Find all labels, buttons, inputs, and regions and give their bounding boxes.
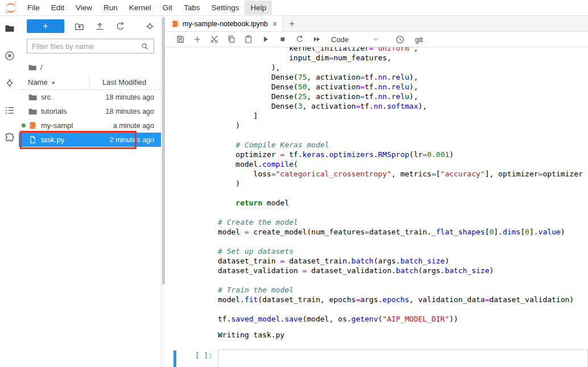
- file-browser-toolbar: +: [19, 16, 161, 36]
- code-line: ): [218, 179, 588, 188]
- file-browser-icon[interactable]: [4, 23, 15, 34]
- kernel-status-clock-icon[interactable]: [391, 32, 408, 47]
- insert-cell-icon[interactable]: [189, 32, 206, 47]
- folder-icon: [28, 107, 37, 116]
- notebook-file-icon: [28, 121, 37, 130]
- code-line: # Train the model: [218, 285, 588, 295]
- restart-kernel-icon[interactable]: [291, 32, 308, 47]
- code-line: return model: [218, 198, 588, 208]
- running-sessions-icon[interactable]: [4, 50, 15, 61]
- run-icon[interactable]: [257, 32, 274, 47]
- main-area: my-sample-notebook.ipynb × +: [165, 16, 588, 367]
- code-line: dataset_validation = dataset_validation.…: [218, 266, 588, 275]
- code-line: Dense(50, activation=tf.nn.relu),: [218, 82, 588, 92]
- tab-my-sample-notebook[interactable]: my-sample-notebook.ipynb ×: [165, 16, 283, 31]
- code-line: [218, 304, 588, 314]
- new-launcher-button[interactable]: +: [27, 19, 64, 33]
- code-line: ): [218, 121, 588, 130]
- code-cell-editor[interactable]: kernel_initializer="uniform", input_dim=…: [165, 47, 588, 324]
- code-line: dataset_train = dataset_train.batch(args…: [218, 256, 588, 266]
- cell-input-prompt: [ ]:: [176, 349, 218, 362]
- kernel-running-dot: [22, 123, 26, 127]
- notebook-toolbar: Code git: [165, 32, 588, 47]
- dock-tab-bar: my-sample-notebook.ipynb × +: [165, 16, 588, 32]
- git-sidebar-icon[interactable]: [4, 77, 15, 89]
- close-icon[interactable]: ×: [272, 19, 277, 28]
- extensions-icon[interactable]: [4, 132, 15, 143]
- empty-code-cell: [ ]:: [165, 349, 588, 367]
- filter-files-box[interactable]: [27, 39, 154, 53]
- breadcrumb[interactable]: /: [19, 59, 161, 75]
- stop-icon[interactable]: [274, 32, 291, 47]
- git-clone-icon[interactable]: [144, 20, 155, 32]
- code-line: Dense(3, activation=tf.nn.softmax),: [218, 101, 588, 111]
- code-line: model.compile(: [218, 159, 588, 169]
- code-line: kernel_initializer="uniform",: [218, 47, 588, 53]
- code-line: ),: [218, 63, 588, 72]
- jupyter-logo: [5, 2, 17, 14]
- sort-ascending-icon: ▲: [51, 80, 56, 85]
- code-line: [218, 188, 588, 198]
- new-folder-icon[interactable]: [73, 20, 85, 32]
- code-line: [218, 237, 588, 246]
- chevron-down-icon: [372, 35, 380, 43]
- tab-title: my-sample-notebook.ipynb: [183, 20, 268, 28]
- file-row-task-py[interactable]: task.py 2 minutes ago: [19, 133, 161, 147]
- file-row-src[interactable]: src 18 minutes ago: [19, 90, 161, 104]
- code-line: model.fit(dataset_train, epochs=args.epo…: [218, 295, 588, 304]
- cut-icon[interactable]: [206, 32, 223, 47]
- search-icon: [140, 42, 149, 51]
- code-line: model = create_model(num_features=datase…: [218, 227, 588, 237]
- python-file-icon: [28, 135, 37, 145]
- code-line: # Set up datasets: [218, 246, 588, 256]
- home-folder-icon: [28, 63, 36, 72]
- cell-type-dropdown[interactable]: Code: [331, 35, 380, 44]
- save-icon[interactable]: [172, 32, 189, 47]
- git-toolbar-label: git: [415, 35, 423, 44]
- code-line: input_dim=num_features,: [218, 53, 588, 63]
- column-header-modified[interactable]: Last Modified: [89, 75, 161, 89]
- code-line: # Create the model: [218, 217, 588, 227]
- cell-output: Writing task.py: [165, 330, 588, 340]
- file-row-tutorials[interactable]: tutorials 18 minutes ago: [19, 104, 161, 118]
- copy-icon[interactable]: [223, 32, 240, 47]
- refresh-icon[interactable]: [114, 20, 126, 32]
- new-tab-button[interactable]: +: [283, 16, 300, 31]
- column-header-name[interactable]: Name ▲: [28, 75, 89, 89]
- paste-icon[interactable]: [240, 32, 257, 47]
- menu-item-tabs[interactable]: Tabs: [178, 1, 206, 15]
- scrollbar-thumb[interactable]: [162, 17, 165, 284]
- menu-item-edit[interactable]: Edit: [45, 1, 70, 15]
- restart-run-all-icon[interactable]: [308, 32, 325, 47]
- file-list: src 18 minutes ago tutorials 18 minutes …: [19, 90, 161, 147]
- filter-files-input[interactable]: [32, 42, 140, 51]
- code-line: # Compile Keras model: [218, 140, 588, 150]
- code-line: Dense(25, activation=tf.nn.relu),: [218, 92, 588, 101]
- menu-item-view[interactable]: View: [70, 1, 98, 15]
- file-browser-panel: + /: [19, 16, 161, 367]
- jupyterlab-window: File Edit View Run Kernel Git Tabs Setti…: [0, 0, 588, 367]
- upload-icon[interactable]: [94, 20, 105, 32]
- code-line: [218, 130, 588, 140]
- menubar: File Edit View Run Kernel Git Tabs Setti…: [0, 0, 588, 16]
- menu-item-git[interactable]: Git: [157, 1, 178, 15]
- code-line: optimizer = tf.keras.optimizers.RMSprop(…: [218, 150, 588, 159]
- notebook-content: kernel_initializer="uniform", input_dim=…: [165, 47, 588, 367]
- folder-icon: [28, 93, 37, 102]
- code-line: [218, 208, 588, 217]
- menu-item-kernel[interactable]: Kernel: [123, 1, 157, 15]
- menu-item-file[interactable]: File: [22, 1, 45, 15]
- table-of-contents-icon[interactable]: [4, 105, 15, 116]
- file-row-my-sample-notebook[interactable]: my-sampl a minute ago: [19, 118, 161, 133]
- code-line: ]: [218, 111, 588, 121]
- notebook-tab-icon: [171, 20, 179, 28]
- menu-item-help[interactable]: Help: [245, 1, 272, 15]
- breadcrumb-root: /: [40, 63, 43, 72]
- file-list-header: Name ▲ Last Modified: [19, 75, 161, 90]
- menu-item-settings[interactable]: Settings: [206, 1, 245, 15]
- code-line: Dense(75, activation=tf.nn.relu),: [218, 72, 588, 82]
- empty-cell-editor[interactable]: [218, 349, 588, 367]
- code-line: [218, 275, 588, 285]
- menu-item-run[interactable]: Run: [98, 1, 123, 15]
- activity-bar: [0, 16, 19, 367]
